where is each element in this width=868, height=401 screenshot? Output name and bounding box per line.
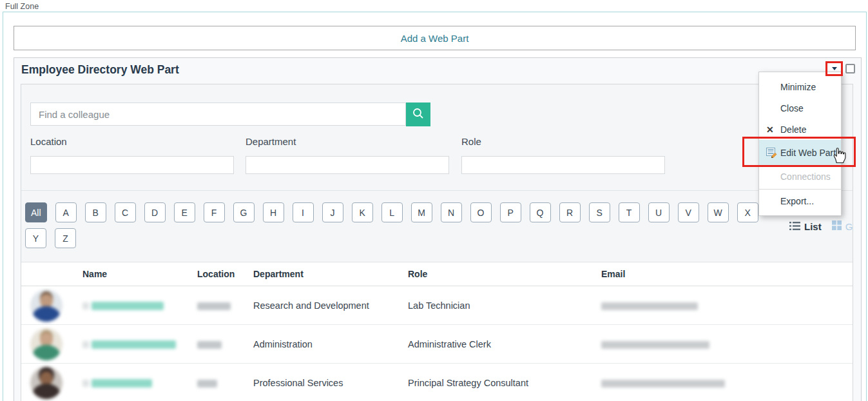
alphabet-letter-button[interactable]: E: [174, 202, 195, 222]
alphabet-letter-button[interactable]: I: [293, 202, 314, 222]
alphabet-letter-button[interactable]: M: [411, 202, 432, 222]
chevron-down-icon: [832, 67, 837, 70]
edit-icon: [766, 148, 777, 158]
divider: [21, 190, 853, 191]
alphabet-letter-button[interactable]: A: [55, 202, 77, 222]
alphabet-letter-button[interactable]: J: [322, 202, 343, 222]
alphabet-letter-button[interactable]: Z: [55, 228, 76, 248]
filter-location-label: Location: [30, 136, 234, 147]
alphabet-letter-button[interactable]: F: [204, 202, 225, 222]
employee-role: Lab Technician: [408, 300, 470, 311]
search-icon: [412, 107, 425, 122]
employee-name-redacted: [92, 379, 152, 387]
alphabet-letter-button[interactable]: R: [559, 202, 581, 222]
column-header-name: Name: [82, 269, 107, 279]
employee-location-redacted: [197, 380, 217, 387]
filter-location-input[interactable]: [30, 156, 234, 174]
web-part-select-checkbox[interactable]: [845, 64, 855, 73]
menu-item-connections: Connections: [759, 166, 841, 187]
web-part-title: Employee Directory Web Part: [21, 63, 179, 77]
employee-name-redacted: [92, 340, 176, 349]
filter-location: Location: [30, 136, 234, 174]
employee-department: Administration: [253, 339, 313, 349]
alphabet-filter: All A B C D E F G H I J K L M N O P Q R …: [25, 202, 792, 254]
list-icon: [789, 221, 800, 232]
alphabet-letter-button[interactable]: P: [500, 202, 521, 222]
employee-directory-web-part: Employee Directory Web Part Location: [14, 57, 862, 401]
grid-icon: [832, 220, 842, 232]
menu-item-edit-web-part[interactable]: Edit Web Part: [759, 140, 841, 166]
menu-item-edit-label: Edit Web Part: [780, 148, 836, 158]
employee-department: Research and Development: [253, 300, 369, 311]
alphabet-letter-button[interactable]: D: [144, 202, 166, 222]
grid-view-toggle[interactable]: Grid: [832, 220, 853, 232]
alphabet-letter-button[interactable]: N: [441, 202, 462, 222]
table-row[interactable]: Professional Services Principal Strategy…: [21, 364, 853, 401]
avatar: [30, 328, 63, 360]
list-view-toggle[interactable]: List: [789, 221, 822, 232]
grid-view-label: Grid: [845, 221, 853, 232]
list-view-label: List: [804, 221, 822, 232]
employee-role: Administrative Clerk: [408, 339, 491, 349]
alphabet-letter-button[interactable]: B: [85, 202, 106, 222]
directory-content-panel: Location Department Role All A B C D E F…: [21, 84, 853, 401]
employee-table: Name Location Department Role Email Rese…: [21, 262, 853, 401]
filter-role-label: Role: [461, 136, 665, 147]
full-zone: Add a Web Part Employee Directory Web Pa…: [3, 12, 867, 401]
search-button[interactable]: [406, 103, 430, 126]
alphabet-letter-button[interactable]: V: [678, 202, 699, 222]
menu-item-export[interactable]: Export...: [759, 190, 841, 213]
alphabet-letter-button[interactable]: L: [381, 202, 403, 222]
alphabet-letter-button[interactable]: W: [708, 202, 729, 222]
menu-item-delete[interactable]: ✕ Delete: [759, 119, 841, 140]
web-part-dropdown-menu: Minimize Close ✕ Delete Edit Web Part Co…: [758, 72, 842, 216]
employee-name-redacted: [92, 302, 164, 310]
alphabet-letter-button[interactable]: C: [115, 202, 136, 222]
alphabet-letter-button[interactable]: Q: [530, 202, 551, 222]
column-header-role: Role: [408, 269, 427, 279]
column-header-department: Department: [253, 269, 304, 279]
filter-department-input[interactable]: [246, 156, 449, 174]
column-header-location: Location: [197, 269, 235, 279]
filter-department: Department: [246, 136, 449, 174]
alphabet-all-button[interactable]: All: [25, 202, 47, 222]
alphabet-letter-button[interactable]: O: [470, 202, 492, 222]
delete-x-icon: ✕: [766, 124, 774, 135]
table-row[interactable]: Research and Development Lab Technician: [21, 286, 853, 325]
zone-label: Full Zone: [5, 2, 39, 11]
alphabet-letter-button[interactable]: S: [589, 202, 610, 222]
filter-role-input[interactable]: [461, 156, 665, 174]
employee-location-redacted: [197, 302, 231, 310]
employee-email-redacted: [601, 341, 709, 349]
avatar: [30, 289, 63, 322]
table-row[interactable]: Administration Administrative Clerk: [21, 325, 853, 364]
employee-location-redacted: [197, 341, 222, 349]
employee-email-redacted: [601, 302, 698, 310]
employee-department: Professional Services: [253, 378, 343, 388]
avatar: [30, 367, 63, 399]
filter-role: Role: [461, 136, 665, 174]
view-toggle: List Grid: [789, 220, 853, 232]
menu-item-close[interactable]: Close: [759, 97, 841, 119]
alphabet-letter-button[interactable]: K: [352, 202, 373, 222]
table-header: Name Location Department Role Email: [21, 262, 853, 286]
alphabet-letter-button[interactable]: X: [737, 202, 758, 222]
add-web-part-button[interactable]: Add a Web Part: [14, 26, 856, 50]
employee-email-redacted: [601, 380, 725, 387]
alphabet-letter-button[interactable]: G: [233, 202, 255, 222]
alphabet-letter-button[interactable]: H: [263, 202, 284, 222]
menu-item-minimize[interactable]: Minimize: [759, 76, 841, 97]
menu-item-delete-label: Delete: [780, 124, 806, 135]
alphabet-letter-button[interactable]: U: [648, 202, 670, 222]
alphabet-letter-button[interactable]: Y: [25, 228, 46, 248]
alphabet-letter-button[interactable]: T: [619, 202, 640, 222]
search-input[interactable]: [30, 103, 406, 126]
employee-role: Principal Strategy Consultant: [408, 378, 528, 388]
column-header-email: Email: [601, 269, 625, 279]
filter-department-label: Department: [246, 136, 449, 147]
